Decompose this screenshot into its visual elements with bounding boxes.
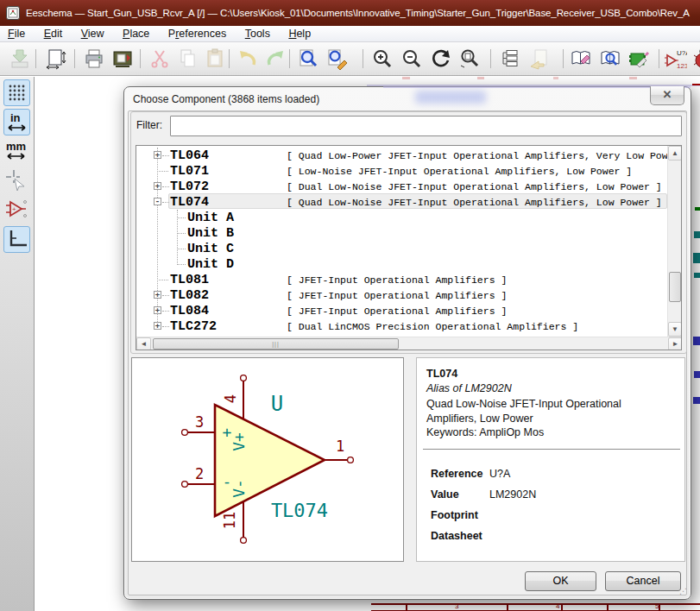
tree-item-unit-d[interactable]: Unit D <box>136 256 681 272</box>
resize-grip[interactable]: ⋰ <box>679 586 690 596</box>
tree-item-TL064[interactable]: +TL064[ Quad Low-Power JFET-Input Operat… <box>136 148 681 163</box>
zoom-in-icon[interactable] <box>371 47 394 70</box>
svg-text:+: + <box>12 205 16 213</box>
field-value: U?A <box>489 468 510 480</box>
tree-item-unit-c[interactable]: Unit C <box>136 241 681 256</box>
scroll-down-icon[interactable]: ▼ <box>668 322 682 337</box>
vertical-scrollbar[interactable]: ▲ ▼ <box>667 146 682 337</box>
menu-file[interactable]: File <box>0 26 33 42</box>
library-browser-icon[interactable] <box>599 47 621 70</box>
component-info-panel: TL074 Alias of LM2902N Quad Low-Noise JF… <box>416 357 685 562</box>
schematic-mark <box>693 397 700 404</box>
scroll-thumb[interactable] <box>669 272 681 302</box>
field-label: Footprint <box>431 509 478 521</box>
schematic-mark <box>629 77 637 79</box>
component-description: Quad Low-Noise JFET-Input Operational Am… <box>426 397 638 426</box>
menu-tools[interactable]: Tools <box>237 26 278 42</box>
close-icon: ✕ <box>663 88 672 101</box>
window-title: Eeschema — Start_Gun_USB_Rcvr_A [/] — C:… <box>26 8 690 18</box>
tree-item-TL084[interactable]: +TL084[ JFET-Input Operational Amplifier… <box>136 303 681 318</box>
menu-help[interactable]: Help <box>281 26 318 42</box>
sheet-number: 5 <box>655 603 659 610</box>
hidden-pins-icon[interactable]: + <box>3 197 30 224</box>
app-icon <box>6 6 20 20</box>
tree-item-TLC272[interactable]: +TLC272[ Dual LinCMOS Precision Operatio… <box>136 318 681 334</box>
glass-reflection <box>383 86 691 88</box>
ok-button[interactable]: OK <box>525 571 596 591</box>
expand-icon[interactable]: + <box>154 322 161 330</box>
menu-edit[interactable]: Edit <box>36 26 71 42</box>
schematic-mark <box>553 77 558 79</box>
tree-item-TL074[interactable]: -TL074[ Quad Low-Noise JFET-Input Operat… <box>136 194 681 210</box>
tree-item-TL072[interactable]: +TL072[ Dual Low-Noise JFET-Input Operat… <box>136 179 681 194</box>
glass-reflection <box>415 91 486 104</box>
sheet-number: 4 <box>556 603 559 610</box>
left-toolbar: in mm + <box>0 77 35 611</box>
field-label: Datasheet <box>431 530 482 542</box>
svg-text:mm: mm <box>6 140 26 153</box>
filter-input[interactable] <box>170 116 682 136</box>
scroll-thumb[interactable]: ||| <box>153 338 399 350</box>
svg-text:2: 2 <box>195 465 204 482</box>
expand-icon[interactable]: + <box>154 306 161 314</box>
hierarchy-navigator-icon[interactable] <box>499 47 521 70</box>
grid-icon[interactable] <box>3 79 30 106</box>
zoom-fit-icon[interactable] <box>458 47 481 70</box>
tree-item-TL081[interactable]: TL081[ JFET-Input Operational Amplifiers… <box>136 272 681 287</box>
plot-icon[interactable] <box>111 47 134 70</box>
expand-icon[interactable]: + <box>154 291 161 299</box>
sheet-frame-tick <box>406 603 407 611</box>
find-icon[interactable] <box>297 47 319 70</box>
undo-icon[interactable] <box>236 47 259 70</box>
scroll-left-icon[interactable]: ◄ <box>136 337 151 350</box>
dialog-title: Choose Component (3868 items loaded) <box>133 93 319 105</box>
tree-item-unit-b[interactable]: Unit B <box>136 225 681 241</box>
save-icon[interactable] <box>9 47 31 70</box>
find-replace-icon[interactable] <box>326 47 349 70</box>
close-button[interactable]: ✕ <box>650 86 684 105</box>
redraw-icon[interactable] <box>430 47 452 70</box>
scroll-up-icon[interactable]: ▲ <box>668 146 682 161</box>
copy-icon[interactable] <box>176 47 199 70</box>
units-inches-icon[interactable]: in <box>3 109 30 135</box>
schematic-wire <box>692 84 700 85</box>
redo-icon[interactable] <box>264 47 287 70</box>
zoom-out-icon[interactable] <box>400 47 423 70</box>
tree-item-TL082[interactable]: +TL082[ JFET-Input Operational Amplifier… <box>136 287 681 303</box>
menu-place[interactable]: Place <box>115 26 157 42</box>
tree-item-unit-a[interactable]: Unit A <box>136 210 681 225</box>
footprint-editor-icon[interactable] <box>627 47 650 70</box>
component-tree[interactable]: +TL064[ Quad Low-Power JFET-Input Operat… <box>136 145 682 350</box>
library-editor-icon[interactable] <box>570 47 592 70</box>
opamp-symbol: 3 2 1 4 11 U TL074 + V+ - V- <box>132 358 403 561</box>
cut-icon[interactable] <box>148 47 171 70</box>
orthogonal-lines-icon[interactable] <box>3 226 30 253</box>
schematic-mark <box>477 77 484 79</box>
schematic-mark <box>402 77 410 79</box>
main-toolbar: U?A123 <box>0 42 700 76</box>
menu-preferences[interactable]: Preferences <box>161 26 234 42</box>
svg-text:U: U <box>271 392 283 416</box>
annotate-icon[interactable]: U?A123 <box>665 47 687 70</box>
paste-icon[interactable] <box>204 47 226 70</box>
expand-icon[interactable]: + <box>154 182 161 190</box>
expand-icon[interactable]: + <box>154 151 161 159</box>
sheet-frame-tick <box>607 603 609 611</box>
horizontal-scrollbar[interactable]: ◄ ||| ► <box>136 337 682 350</box>
cancel-button[interactable]: Cancel <box>605 571 681 591</box>
menu-view[interactable]: View <box>73 26 112 42</box>
schematic-mark <box>693 253 700 263</box>
collapse-icon[interactable]: - <box>154 198 161 205</box>
leave-sheet-icon[interactable] <box>528 47 551 70</box>
field-label: Reference <box>431 468 482 480</box>
scroll-right-icon[interactable]: ► <box>668 337 682 350</box>
units-mm-icon[interactable]: mm <box>3 138 30 165</box>
print-icon[interactable] <box>83 47 105 70</box>
erc-icon[interactable] <box>694 47 700 70</box>
tree-item-TL071[interactable]: TL071[ Low-Noise JFET-Input Operational … <box>136 163 681 179</box>
sheet-frame-tick <box>561 603 563 611</box>
cursor-shape-icon[interactable] <box>3 167 30 194</box>
svg-text:V+: V+ <box>230 432 248 451</box>
schematic-mark <box>694 231 700 238</box>
page-settings-icon[interactable] <box>44 47 66 70</box>
